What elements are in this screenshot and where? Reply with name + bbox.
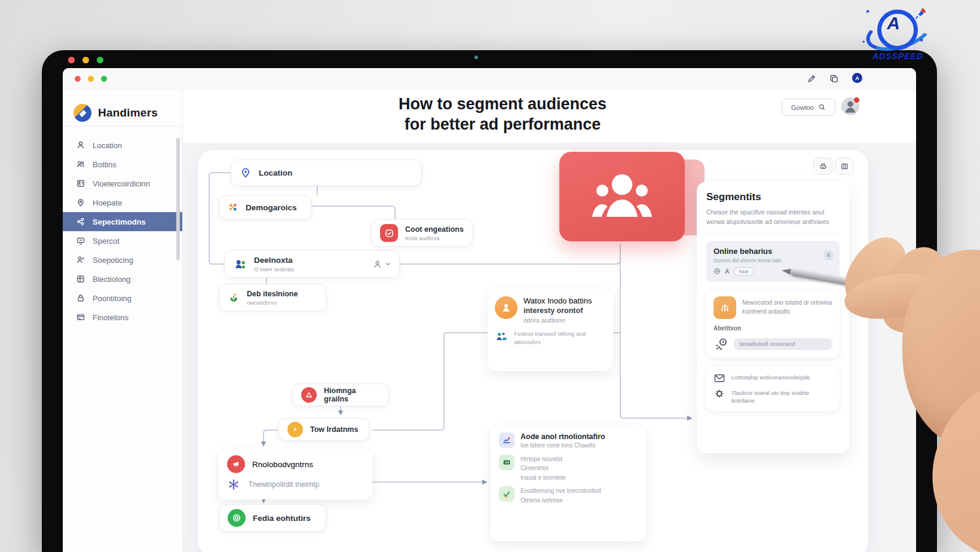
sidebar-item-label: Spercot bbox=[93, 237, 120, 246]
user-swoosh-icon bbox=[76, 255, 85, 265]
online-pill[interactable]: toue bbox=[734, 267, 754, 276]
node-destinations[interactable]: Deb iteslnione owoxtidnnrs bbox=[219, 284, 326, 311]
layout-button[interactable] bbox=[835, 158, 854, 174]
rocket-icon bbox=[913, 6, 929, 22]
zoom-icon[interactable] bbox=[101, 76, 107, 82]
delivery-card[interactable]: Lotttorplop wolicvnasonidisipde Tlaulico… bbox=[706, 366, 840, 412]
node-title: Coot engeations bbox=[405, 225, 464, 234]
sidebar: Handimers Location Bottins Vioetercoirdi… bbox=[63, 90, 183, 552]
mail-icon bbox=[713, 372, 725, 384]
sidebar-item-label: Blectiolong bbox=[93, 275, 131, 284]
sidebar-item-vioetercoirdicinn[interactable]: Vioetercoirdicinn bbox=[63, 174, 182, 193]
segments-panel: Segmentits Chease the spacifive nasoad i… bbox=[697, 182, 849, 453]
bezel-zoom-icon bbox=[97, 57, 103, 63]
attribution-card[interactable]: Newoostod sno totatrd dr ortovina ksintn… bbox=[706, 290, 840, 358]
copy-tabs-icon[interactable] bbox=[829, 73, 840, 84]
browser-favicon-badge[interactable]: A bbox=[852, 73, 862, 83]
person-orange-icon bbox=[495, 296, 517, 319]
node-demographics[interactable]: Demogaroics bbox=[219, 195, 311, 219]
brand-row: Handimers bbox=[63, 90, 182, 127]
node-location[interactable]: Location bbox=[231, 160, 422, 186]
minimize-icon[interactable] bbox=[88, 76, 94, 82]
card-subtitle: Tnewtnpolirdit tneirntp bbox=[249, 480, 319, 489]
megaphone-icon bbox=[227, 455, 245, 473]
gear-icon bbox=[713, 388, 725, 400]
chart-line-icon bbox=[499, 433, 514, 448]
sidebar-scrollbar[interactable] bbox=[176, 138, 180, 260]
sidebar-item-hoepate[interactable]: Hoepate bbox=[63, 193, 182, 212]
logo-letter: A bbox=[877, 13, 909, 33]
node-indicators[interactable]: Tow Irdatnms bbox=[278, 418, 369, 441]
node-features[interactable]: Fedia eohtutirs bbox=[219, 504, 326, 532]
monitor-chat-icon bbox=[76, 236, 85, 246]
bezel-minimize-icon bbox=[82, 57, 89, 63]
panel-title: Segmentits bbox=[706, 191, 840, 203]
node-engagements[interactable]: Coot engeations triots audhrsa bbox=[371, 219, 473, 247]
panel-divider bbox=[706, 233, 840, 234]
node-title: Deelnoxta bbox=[254, 256, 365, 265]
sidebar-item-label: Finotelons bbox=[93, 313, 128, 322]
results-line: Inasal e tioontele bbox=[520, 473, 566, 483]
online-behaviors-card[interactable]: Online beharius Dovnel did elanov tiovat… bbox=[706, 241, 840, 282]
person-mini-icon[interactable] bbox=[724, 268, 731, 275]
sidebar-item-spercot[interactable]: Spercot bbox=[63, 231, 182, 250]
main-area: How to segment audiences for better ad p… bbox=[183, 90, 916, 552]
monitor-bezel: A Handimers Location bbox=[42, 50, 937, 552]
card-icon bbox=[76, 312, 85, 322]
node-subtitle: triots audhrsa bbox=[405, 235, 464, 241]
sidebar-item-location[interactable]: Location bbox=[63, 136, 182, 155]
node-label: Tow Irdatnms bbox=[310, 425, 358, 434]
sidebar-item-soepoticing[interactable]: Soepoticing bbox=[63, 250, 182, 269]
audience-group-icon bbox=[586, 169, 658, 224]
node-programs[interactable]: Hiomnga grailns bbox=[292, 384, 389, 406]
columns-icon bbox=[840, 162, 849, 171]
card-behaviors[interactable]: Rnolobodvgntrns Tnewtnpolirdit tneirntp bbox=[219, 449, 372, 499]
results-line: Otnena ivetrese bbox=[520, 496, 601, 505]
sidebar-item-poontitoing[interactable]: Poontitoing bbox=[63, 289, 182, 308]
attribution-pill[interactable]: Wowdtulself orosonand bbox=[734, 338, 832, 350]
node-audience[interactable]: Deelnoxta O inavr seatrats bbox=[225, 250, 400, 278]
sidebar-item-label: Poontitoing bbox=[93, 294, 131, 303]
map-pin-icon bbox=[76, 198, 85, 207]
bezel-traffic-lights bbox=[68, 57, 103, 63]
sidebar-item-finotelons[interactable]: Finotelons bbox=[63, 308, 182, 327]
people-duo-icon bbox=[234, 257, 247, 271]
sidebar-nav: Location Bottins Vioetercoirdicinn Hoepa… bbox=[63, 136, 182, 327]
print-button[interactable] bbox=[813, 158, 832, 174]
online-title: Online beharius bbox=[713, 247, 832, 256]
audience-hero-card[interactable] bbox=[559, 152, 685, 241]
page-title: How to segment audiences for better ad p… bbox=[362, 94, 643, 134]
sidebar-item-blectiolong[interactable]: Blectiolong bbox=[63, 269, 182, 289]
card-footnote: Feotroo trarword ottlong and attimoohrs bbox=[514, 329, 606, 347]
user-avatar[interactable] bbox=[841, 97, 859, 115]
flower-icon bbox=[228, 202, 238, 213]
card-results[interactable]: Aode anol rtnoliontafiro Ive tidore nsne… bbox=[491, 425, 646, 541]
card-interests[interactable]: Watox Inodo battins interesty orontof od… bbox=[488, 289, 613, 371]
sidebar-item-sepectimodns[interactable]: Sepectimodns bbox=[63, 212, 182, 231]
close-icon[interactable] bbox=[75, 76, 81, 82]
share-link-icon[interactable] bbox=[806, 73, 817, 84]
delivery-row1: Lotttorplop wolicvnasonidisipde bbox=[731, 372, 810, 382]
bezel-close-icon bbox=[68, 57, 75, 63]
people-teal-icon bbox=[495, 329, 508, 344]
warning-icon bbox=[301, 387, 317, 403]
brand-name: Handimers bbox=[98, 106, 158, 119]
logo-text: ADSSPEED bbox=[860, 51, 935, 61]
browser-window: A Handimers Location bbox=[63, 68, 916, 552]
target-icon bbox=[228, 509, 246, 527]
search-icon bbox=[818, 103, 826, 111]
users-grid-icon bbox=[76, 179, 85, 188]
sync-mini-icon[interactable] bbox=[713, 268, 721, 275]
webcam-dot bbox=[474, 56, 478, 59]
window-controls[interactable] bbox=[75, 76, 107, 82]
search-button[interactable]: Gowtoo bbox=[782, 99, 835, 116]
assignee-dropdown[interactable] bbox=[372, 259, 391, 269]
flow-canvas: Location Demogaroics Coot engeations bbox=[198, 150, 868, 552]
star-icon: ★ bbox=[919, 37, 924, 43]
chevron-down-icon bbox=[385, 261, 391, 267]
location-pin-icon bbox=[240, 167, 252, 179]
users-icon bbox=[76, 160, 85, 169]
plant-icon bbox=[228, 292, 240, 303]
sidebar-item-bottins[interactable]: Bottins bbox=[63, 155, 182, 174]
sidebar-item-label: Sepectimodns bbox=[93, 217, 146, 226]
